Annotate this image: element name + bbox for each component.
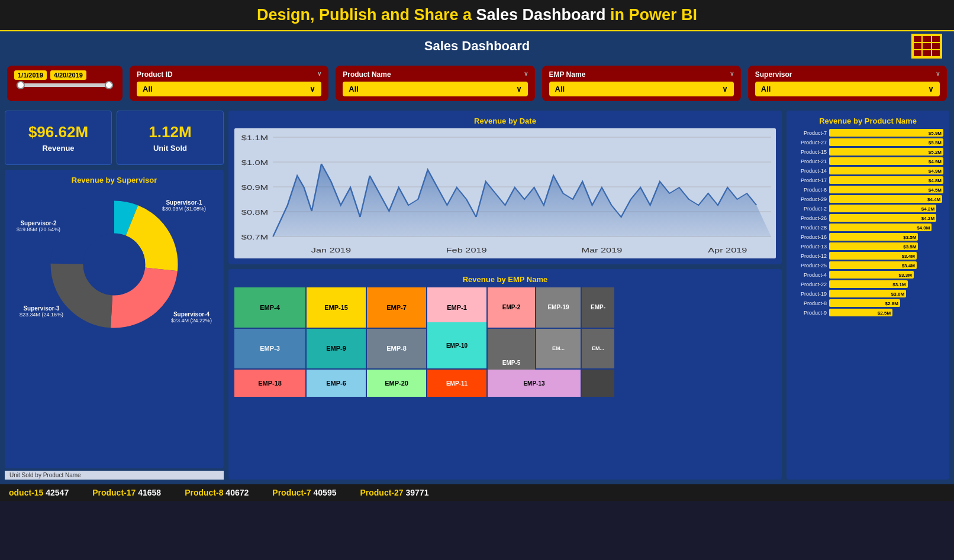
bar-value: $4.5M: [929, 187, 942, 192]
bar-track: $2.8M: [829, 299, 900, 307]
bar-track: $3.0M: [829, 290, 906, 297]
left-panel: $96.62M Revenue 1.12M Unit Sold Revenue …: [5, 111, 224, 480]
date-filter[interactable]: 1/1/2019 4/20/2019: [7, 66, 123, 101]
emp-chart-title: Revenue by EMP Name: [234, 275, 776, 284]
emp-cell: EMP-7: [367, 287, 426, 328]
svg-text:$1.0M: $1.0M: [241, 160, 268, 166]
svg-text:Feb 2019: Feb 2019: [446, 247, 487, 254]
banner-title-white: Sales Dashboard: [476, 6, 605, 24]
bar-label: Product-2: [792, 206, 827, 212]
emp-cell: EMP-11: [427, 370, 486, 397]
emp-cell: EMP-15: [307, 287, 366, 328]
bar-track: $3.3M: [829, 271, 914, 279]
bar-value: $3.3M: [899, 272, 912, 277]
units-value: 1.12M: [123, 123, 217, 141]
ticker-item-0: oduct-15 42547: [9, 488, 69, 497]
product-name-select[interactable]: All ∨: [343, 82, 527, 96]
svg-text:Jan 2019: Jan 2019: [311, 247, 351, 254]
banner-title-part1: Design, Publish and Share a: [257, 6, 476, 24]
supervisor-label-1: Supervisor-1 $30.03M (31.08%): [162, 199, 206, 212]
bar-track: $5.9M: [829, 129, 943, 137]
bar-label: Product-22: [792, 281, 827, 287]
bar-label: Product-26: [792, 215, 827, 221]
emp-cell: EMP-3: [234, 329, 305, 369]
supervisor-label-4: Supervisor-4 $23.4M (24.22%): [171, 311, 212, 323]
bar-label: Product-27: [792, 140, 827, 145]
bar-value: $4.0M: [917, 225, 930, 230]
bar-row: Product-9$2.5M: [792, 309, 943, 316]
bar-label: Product-16: [792, 234, 827, 240]
emp-cell: EMP-9: [307, 329, 366, 369]
bar-row: Product-8$2.8M: [792, 299, 943, 307]
bar-value: $3.4M: [902, 253, 915, 258]
date-start-badge: 1/1/2019: [14, 70, 47, 80]
bar-value: $2.8M: [885, 300, 898, 306]
bar-row: Product-13$3.5M: [792, 242, 943, 250]
bar-label: Product-17: [792, 177, 827, 183]
revenue-value: $96.62M: [11, 123, 105, 141]
right-panel: Revenue by Product Name Product-7$5.9MPr…: [787, 111, 949, 480]
dashboard-body: $96.62M Revenue 1.12M Unit Sold Revenue …: [0, 106, 954, 484]
emp-name-select[interactable]: All ∨: [549, 82, 734, 96]
emp-cell: EMP-: [582, 287, 614, 328]
emp-cell: EM...: [582, 329, 614, 369]
svg-text:$1.1M: $1.1M: [241, 135, 268, 141]
bar-value: $3.4M: [902, 263, 915, 268]
bar-label: Product-15: [792, 149, 827, 155]
bar-track: $4.9M: [829, 157, 943, 165]
emp-cell: EMP-8: [367, 329, 426, 369]
bar-value: $3.0M: [891, 291, 904, 296]
product-id-filter[interactable]: Product ID ∨ All ∨: [130, 66, 328, 101]
units-label: Unit Sold: [123, 144, 217, 153]
bar-track: $4.0M: [829, 224, 932, 231]
bar-value: $4.9M: [929, 168, 942, 173]
banner-title: Design, Publish and Share a Sales Dashbo…: [0, 6, 954, 24]
product-name-filter[interactable]: Product Name ∨ All ∨: [336, 66, 534, 101]
emp-cell: EMP-13: [488, 370, 581, 397]
bar-track: $4.4M: [829, 195, 942, 203]
bar-label: Product-21: [792, 158, 827, 164]
supervisor-label: Supervisor: [755, 70, 792, 79]
bar-row: Product-14$4.9M: [792, 167, 943, 174]
bar-value: $4.9M: [929, 158, 942, 164]
supervisor-select[interactable]: All ∨: [755, 82, 940, 96]
emp-cell: EMP-6: [307, 370, 366, 397]
banner-title-part2: in Power BI: [606, 6, 698, 24]
bar-track: $5.5M: [829, 138, 943, 146]
supervisor-filter[interactable]: Supervisor ∨ All ∨: [748, 66, 947, 101]
bar-row: Product-26$4.2M: [792, 214, 943, 222]
ticker-item-4: Product-27 39771: [360, 488, 428, 497]
kpi-row: $96.62M Revenue 1.12M Unit Sold: [5, 111, 224, 165]
bottom-ticker: oduct-15 42547 Product-17 41658 Product-…: [0, 484, 954, 501]
bar-value: $3.5M: [903, 244, 916, 249]
date-end-badge: 4/20/2019: [50, 70, 86, 80]
emp-cell: EMP-20: [367, 370, 426, 397]
bar-label: Product-6: [792, 187, 827, 193]
bar-row: Product-2$4.2M: [792, 205, 943, 212]
bar-label: Product-4: [792, 272, 827, 278]
slider-thumb-right[interactable]: [105, 81, 113, 89]
dashboard-title: Sales Dashboard: [424, 38, 530, 54]
emp-cell: EMP-2: [488, 287, 535, 328]
bar-track: $3.4M: [829, 252, 917, 260]
revenue-date-title: Revenue by Date: [234, 116, 776, 125]
bar-row: Product-29$4.4M: [792, 195, 943, 203]
emp-name-filter[interactable]: EMP Name ∨ All ∨: [542, 66, 741, 101]
emp-cell: EM...: [536, 329, 581, 369]
bar-track: $3.5M: [829, 233, 918, 241]
bar-value: $4.8M: [929, 177, 942, 183]
emp-cell: EMP-4: [234, 287, 305, 328]
product-id-select[interactable]: All ∨: [137, 82, 321, 96]
bar-row: Product-27$5.5M: [792, 138, 943, 146]
bar-row: Product-19$3.0M: [792, 290, 943, 297]
bar-value: $2.5M: [878, 310, 891, 315]
bar-track: $4.2M: [829, 214, 936, 222]
bar-track: $4.2M: [829, 205, 936, 212]
bar-track: $3.5M: [829, 242, 918, 250]
svg-point-5: [83, 234, 145, 295]
bar-value: $5.9M: [929, 130, 942, 135]
bar-row: Product-17$4.8M: [792, 176, 943, 184]
bar-track: $2.5M: [829, 309, 892, 316]
slider-thumb-left[interactable]: [17, 81, 25, 89]
product-chart-title: Revenue by Product Name: [792, 116, 943, 125]
